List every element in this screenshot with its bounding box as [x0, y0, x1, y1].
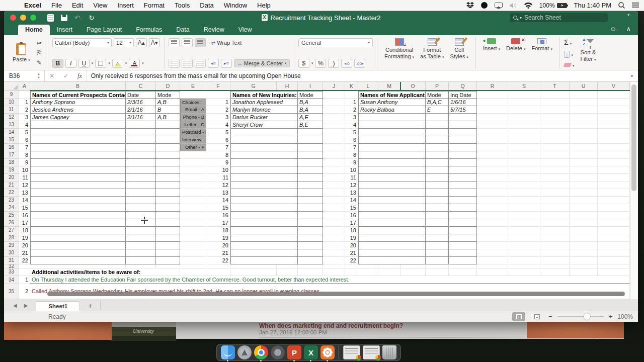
applicant-name[interactable]: Rocky Balboa [358, 106, 426, 114]
status-circle-icon[interactable] [481, 2, 488, 9]
grid-cell[interactable] [156, 189, 180, 197]
grid-cell[interactable] [126, 166, 156, 174]
grid-cell[interactable] [298, 219, 323, 227]
cancel-icon[interactable]: ✕ [45, 72, 59, 79]
row-header-26[interactable]: 26 [4, 219, 19, 227]
grid-cell[interactable] [156, 174, 180, 182]
grid-cell[interactable] [323, 257, 345, 264]
grid-cell[interactable] [449, 257, 477, 264]
grid-cell[interactable] [570, 197, 598, 204]
row-number-cell[interactable]: 19 [19, 234, 30, 242]
menu-item-file[interactable]: File [46, 2, 67, 9]
grid-cell[interactable] [323, 136, 345, 144]
grid-cell[interactable] [540, 129, 570, 136]
choices-title[interactable]: Choices: [180, 99, 206, 106]
grid-cell[interactable] [598, 174, 630, 182]
prospect-date[interactable]: 2/3/16 [126, 99, 156, 106]
menu-item-format[interactable]: Format [139, 2, 170, 9]
grid-cell[interactable] [508, 249, 540, 257]
spotlight-icon[interactable] [618, 2, 625, 9]
close-window-button[interactable] [10, 15, 16, 21]
grid-cell[interactable] [540, 106, 570, 114]
grid-cell[interactable] [358, 136, 426, 144]
fill-button[interactable]: ↓ ▾ [564, 51, 575, 57]
grid-cell[interactable] [30, 121, 126, 129]
grid-cell[interactable] [426, 257, 449, 264]
grid-cell[interactable] [126, 189, 156, 197]
grid-cell[interactable] [230, 182, 298, 189]
grid-cell[interactable] [570, 227, 598, 234]
prospect-date[interactable]: 2/1/16 [126, 106, 156, 114]
grid-cell[interactable] [358, 174, 426, 182]
insert-cells-button[interactable]: Insert ▾ [480, 37, 503, 69]
select-all-corner[interactable] [4, 82, 19, 91]
row-number-cell[interactable]: 8 [206, 151, 230, 159]
grid-cell[interactable] [540, 204, 570, 212]
grid-cell[interactable] [570, 151, 598, 159]
grid-cell[interactable] [540, 189, 570, 197]
grid-cell[interactable] [230, 159, 298, 166]
row-number-cell[interactable]: 16 [19, 212, 30, 219]
prospects-title[interactable]: Names of Current Prospects Contacted: [30, 91, 126, 99]
grid-cell[interactable] [570, 268, 598, 276]
row-header-17[interactable]: 17 [4, 151, 19, 159]
grid-cell[interactable] [477, 114, 508, 121]
prospect-mode[interactable]: A,B [156, 99, 180, 106]
grid-cell[interactable] [230, 227, 298, 234]
row-number-cell[interactable]: 5 [19, 129, 30, 136]
grid-cell[interactable] [358, 257, 426, 264]
ribbon-tab-review[interactable]: Review [197, 25, 231, 35]
grid-cell[interactable] [570, 242, 598, 249]
grid-cell[interactable] [426, 174, 449, 182]
grid-cell[interactable] [30, 129, 126, 136]
grid-cell[interactable] [126, 257, 156, 264]
grid-cell[interactable] [30, 204, 126, 212]
grid-cell[interactable] [598, 204, 630, 212]
menu-item-view[interactable]: View [88, 2, 112, 9]
inquiry-mode[interactable]: B,A [298, 106, 323, 114]
grid-cell[interactable] [426, 204, 449, 212]
prospect-mode[interactable]: B [156, 106, 180, 114]
underline-button[interactable]: U [78, 59, 90, 68]
grid-cell[interactable] [477, 129, 508, 136]
grid-cell[interactable] [126, 151, 156, 159]
grid-cell[interactable] [358, 268, 378, 276]
grid-cell[interactable] [30, 174, 126, 182]
inquiry-mode[interactable]: B,E [298, 121, 323, 129]
grid-cell[interactable] [598, 257, 630, 264]
grid-cell[interactable] [477, 234, 508, 242]
grid-cell[interactable] [323, 204, 345, 212]
row-number-cell[interactable]: 5 [206, 129, 230, 136]
prospect-date[interactable]: 2/1/16 [126, 114, 156, 121]
inquiries-title[interactable]: Names of New Inquiries: [230, 91, 298, 99]
grid-cell[interactable] [126, 249, 156, 257]
grid-cell[interactable] [598, 249, 630, 257]
align-center-button[interactable] [182, 59, 193, 68]
grid-cell[interactable] [540, 144, 570, 151]
prev-sheet-button[interactable]: ◀ [13, 303, 17, 308]
grid-cell[interactable] [180, 264, 206, 268]
grid-cell[interactable] [345, 91, 358, 99]
grid-cell[interactable] [477, 144, 508, 151]
grid-cell[interactable] [426, 114, 449, 121]
grid-cell[interactable] [358, 189, 426, 197]
grid-cell[interactable] [508, 234, 540, 242]
font-size-select[interactable]: 12▾ [114, 38, 134, 47]
grid-cell[interactable] [508, 257, 540, 264]
row-number-cell[interactable]: 19 [345, 234, 358, 242]
grid-cell[interactable] [277, 264, 298, 268]
ribbon-tab-insert[interactable]: Insert [50, 25, 79, 35]
row-number-cell[interactable]: 13 [345, 189, 358, 197]
borders-button[interactable] [95, 59, 106, 68]
grid-cell[interactable] [540, 268, 570, 276]
choices-item[interactable]: Other - F [180, 144, 206, 151]
grid-cell[interactable] [449, 182, 477, 189]
grid-cell[interactable] [449, 197, 477, 204]
row-number-cell[interactable]: 11 [206, 174, 230, 182]
wifi-icon[interactable] [524, 3, 532, 9]
format-as-table-button[interactable]: Formatas Table ▾ [417, 37, 447, 69]
align-left-button[interactable] [169, 59, 180, 68]
menu-item-excel[interactable]: Excel [19, 2, 46, 9]
grid-cell[interactable] [156, 257, 180, 264]
grid-cell[interactable] [323, 174, 345, 182]
